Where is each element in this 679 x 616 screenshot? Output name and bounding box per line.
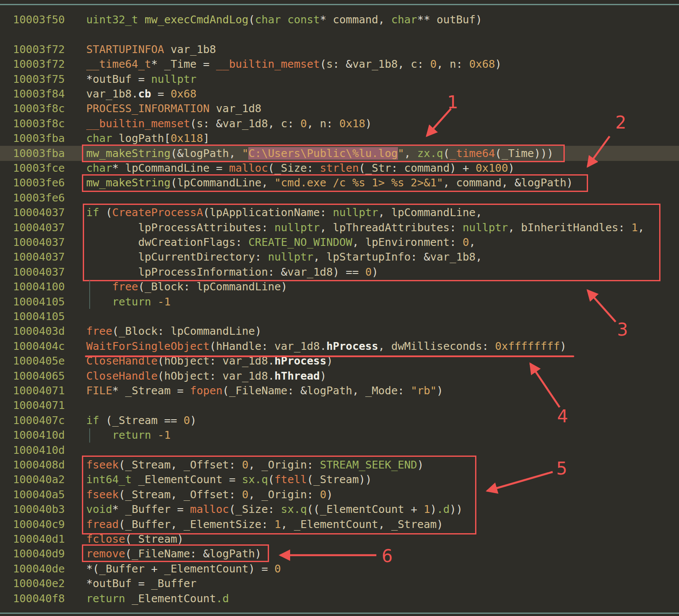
code-line[interactable]: 10004065CloseHandle(hObject: var_1d8.hTh… [0, 368, 679, 383]
token-pn: . [320, 340, 326, 352]
token-kw: return [112, 429, 151, 441]
address: 100040d9 [13, 546, 65, 561]
address: 10003f72 [13, 42, 65, 57]
code-line[interactable]: 10004105 [0, 309, 679, 324]
token-pn: ) [365, 117, 372, 130]
token-var: logPath [119, 132, 164, 145]
token-pn: ( [99, 414, 112, 427]
code-line[interactable]: 100040de*(_Buffer + _ElementCount) = 0 [0, 561, 679, 576]
code-line[interactable]: 1000403dfree(_Block: lpCommandLine) [0, 324, 679, 339]
code-line[interactable]: 100040f8return _ElementCount.d [0, 591, 679, 606]
token-pn: * [320, 13, 333, 26]
token-pn: , [378, 340, 391, 352]
code-line[interactable]: 10003f72STARTUPINFOA var_1b8 [0, 42, 679, 57]
address: 10004100 [13, 279, 65, 294]
token-num: 0x68 [171, 88, 197, 100]
code-text: free(_Block: lpCommandLine) [86, 324, 261, 339]
address: 10004037 [13, 220, 65, 235]
token-pn: = [131, 577, 151, 590]
token-var: c [281, 117, 288, 130]
address: 100040c9 [13, 517, 65, 532]
token-pn [125, 592, 131, 605]
token-num: 0 [300, 117, 307, 130]
code-line[interactable]: 100040e2*outBuf = _Buffer [0, 576, 679, 591]
code-line[interactable]: 10004100 free(_Block: lpCommandLine) [0, 279, 679, 294]
address: 100040b3 [13, 502, 65, 517]
token-mem: cb [138, 88, 151, 100]
token-var: _Stream [125, 384, 170, 397]
token-pn: : [261, 340, 274, 352]
token-pn: ( [138, 280, 144, 293]
token-var: _Mode [365, 384, 397, 397]
token-var: s [197, 117, 203, 130]
code-line[interactable]: 10003fcechar* lpCommandLine = malloc(_Si… [0, 160, 679, 176]
code-text: uint32_t mw_execCmdAndLog(char const* co… [86, 12, 482, 27]
token-pn: : [288, 117, 300, 130]
code-line[interactable]: 10003fe6 [0, 190, 679, 205]
code-line[interactable]: 10003f84var_1b8.cb = 0x68 [0, 86, 679, 101]
address: 10004105 [13, 294, 65, 309]
code-line[interactable]: 1000407cif (_Stream == 0) [0, 413, 679, 428]
token-var: c [411, 58, 417, 70]
token-num: 0 [275, 563, 281, 575]
token-pn [164, 43, 171, 56]
token-var: _Block [145, 280, 184, 293]
token-pn [86, 295, 112, 308]
token-pn: , [398, 58, 411, 70]
code-line[interactable]: 10003f8cPROCESS_INFORMATION var_1d8 [0, 101, 679, 116]
token-pn: ( [125, 533, 131, 545]
code-line[interactable]: 10003f75*outBuf = nullptr [0, 72, 679, 87]
token-api: __builtin_memset [86, 117, 190, 130]
code-line[interactable]: 10003f8c__builtin_memset(s: &var_1d8, c:… [0, 116, 679, 131]
address: 10003f8c [13, 116, 65, 131]
token-pn: * [86, 73, 93, 85]
annotation-box [83, 204, 660, 281]
token-pn: ) [320, 370, 326, 382]
token-ty: FILE [86, 384, 112, 397]
token-pn: : [482, 340, 495, 352]
token-pn: . [131, 88, 138, 100]
code-line[interactable]: 1000404cWaitForSingleObject(hHandle: var… [0, 339, 679, 354]
token-kw: uint32_t [86, 13, 138, 26]
code-line[interactable]: 10003f72__time64_t* _Time = __builtin_me… [0, 57, 679, 72]
code-line[interactable]: 10004071FILE* _Stream = fopen(_FileName:… [0, 383, 679, 398]
token-pn: ) [508, 162, 514, 174]
token-var: _Time [164, 58, 197, 70]
token-api: strlen [320, 162, 359, 174]
token-pn: . [268, 370, 274, 382]
address: 10003f72 [13, 57, 65, 72]
token-mem: hThread [275, 370, 320, 382]
token-kw: .d [216, 592, 229, 605]
code-line[interactable] [0, 27, 679, 42]
token-var: _ElementCount [164, 563, 249, 575]
token-str: "rb" [411, 384, 437, 397]
token-var: hHandle [216, 340, 261, 352]
token-var: var_1d8 [222, 370, 268, 382]
token-num: 0x118 [171, 132, 203, 145]
address: 10004071 [13, 383, 65, 398]
code-line[interactable]: 10003f50uint32_t mw_execCmdAndLog(char c… [0, 12, 679, 27]
address: 10004037 [13, 249, 65, 264]
token-kw: return [86, 592, 125, 605]
token-pn: [ [164, 132, 171, 145]
code-line[interactable]: 10004071 [0, 398, 679, 413]
token-pn: ) + [450, 162, 476, 174]
token-var: dwMilliseconds [391, 340, 482, 352]
code-text: *outBuf = nullptr [86, 72, 197, 87]
code-text: __time64_t* _Time = __builtin_memset(s: … [86, 57, 501, 72]
token-pn: : [307, 162, 320, 174]
token-var: _Buffer [151, 577, 197, 590]
token-pn [210, 102, 216, 115]
address: 100040de [13, 561, 65, 576]
token-pn: : & [203, 117, 222, 130]
code-line[interactable]: 10003fbachar logPath[0x118] [0, 131, 679, 146]
token-pn: : & [333, 58, 352, 70]
code-line[interactable]: 1000410d return -1 [0, 427, 679, 443]
code-line[interactable]: 10004105 return -1 [0, 294, 679, 309]
code-text: return -1 [86, 294, 171, 309]
token-kw: char [86, 162, 112, 174]
address: 1000410d [13, 443, 65, 458]
token-var: _Stream [131, 533, 177, 545]
address: 1000405e [13, 353, 65, 368]
token-var: command [333, 13, 378, 26]
